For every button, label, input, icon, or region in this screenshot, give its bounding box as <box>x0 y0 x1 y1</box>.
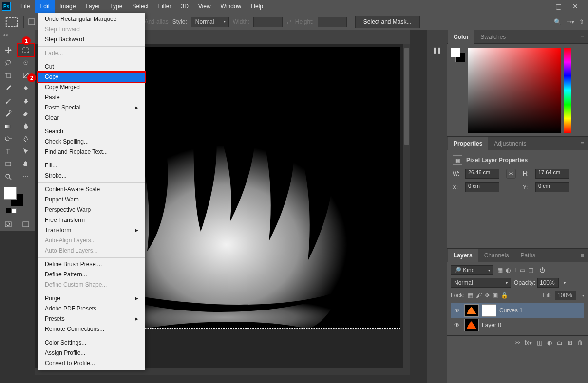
tab-properties[interactable]: Properties <box>448 137 488 150</box>
tab-adjustments[interactable]: Adjustments <box>488 137 532 150</box>
menu-select[interactable]: Select <box>127 0 153 13</box>
link-layers-icon[interactable]: ⚯ <box>515 339 520 346</box>
edit-menu-item[interactable]: Transform▶ <box>38 225 145 236</box>
lock-all-icon[interactable]: 🔒 <box>501 292 508 299</box>
saturation-picker[interactable] <box>468 48 561 133</box>
blur-tool[interactable] <box>18 120 34 132</box>
healing-brush-tool[interactable] <box>18 82 34 94</box>
edit-menu-item[interactable]: Presets▶ <box>38 314 145 324</box>
lock-trans-icon[interactable]: ▦ <box>468 292 473 299</box>
blend-mode-select[interactable]: Normal▾ <box>451 278 511 288</box>
edit-menu-item[interactable]: Puppet Warp <box>38 195 145 205</box>
layer-item[interactable]: 👁 Layer 0 <box>451 318 584 332</box>
edit-menu-item[interactable]: Define Pattern... <box>38 270 145 280</box>
edit-menu-item[interactable]: Free Transform <box>38 215 145 225</box>
tab-paths[interactable]: Paths <box>514 249 541 262</box>
tab-color[interactable]: Color <box>448 30 474 44</box>
edit-menu-item[interactable]: Convert to Profile... <box>38 358 145 368</box>
color-swatches[interactable] <box>0 183 35 215</box>
color-fg-bg-swatch[interactable] <box>451 48 465 62</box>
eraser-tool[interactable] <box>18 107 34 120</box>
workspace-icon[interactable]: ▭▾ <box>566 18 574 25</box>
menu-3d[interactable]: 3D <box>176 0 193 13</box>
edit-menu-item[interactable]: Color Settings... <box>38 338 145 348</box>
path-select-tool[interactable] <box>18 145 34 158</box>
filter-pixel-icon[interactable]: ▦ <box>497 267 503 274</box>
screen-mode-icon[interactable] <box>18 218 34 231</box>
lock-pos-icon[interactable]: ✥ <box>485 292 490 299</box>
tab-swatches[interactable]: Swatches <box>474 30 512 44</box>
edit-menu-item[interactable]: Find and Replace Text... <box>38 147 145 157</box>
prop-w-input[interactable]: 26.46 cm <box>465 169 499 179</box>
edit-menu-item[interactable]: Stroke... <box>38 171 145 181</box>
tool-preset-picker[interactable] <box>4 16 19 28</box>
menu-layer[interactable]: Layer <box>80 0 105 13</box>
panel-icon-1[interactable]: ❚❚ <box>432 45 442 55</box>
pen-tool[interactable] <box>18 132 34 145</box>
filter-type-icon[interactable]: T <box>513 267 517 274</box>
hand-tool[interactable] <box>18 158 34 170</box>
edit-menu-item[interactable]: Cut <box>38 62 145 72</box>
lock-paint-icon[interactable]: 🖌 <box>476 292 482 299</box>
filter-shape-icon[interactable]: ▭ <box>520 267 525 274</box>
visibility-icon[interactable]: 👁 <box>453 307 461 314</box>
menu-filter[interactable]: Filter <box>153 0 176 13</box>
layer-filter-kind[interactable]: 🔎 Kind▾ <box>451 265 493 275</box>
menu-image[interactable]: Image <box>55 0 80 13</box>
toolbox-collapse-icon[interactable]: ◂◂ <box>3 32 8 37</box>
tab-layers[interactable]: Layers <box>448 249 478 262</box>
edit-menu-item[interactable]: Clear <box>38 113 145 123</box>
move-tool[interactable] <box>0 44 17 56</box>
edit-menu-item[interactable]: Undo Rectangular Marquee <box>38 14 145 24</box>
type-tool[interactable]: T <box>0 145 17 158</box>
lock-artboard-icon[interactable]: ▣ <box>493 292 498 299</box>
eyedropper-tool[interactable] <box>0 82 17 94</box>
prop-x-input[interactable]: 0 cm <box>465 182 499 192</box>
edit-menu-item[interactable]: Step Backward <box>38 35 145 45</box>
edit-menu-item[interactable]: Purge▶ <box>38 293 145 304</box>
zoom-tool[interactable] <box>0 170 17 183</box>
dodge-tool[interactable] <box>0 132 17 145</box>
visibility-icon[interactable]: 👁 <box>453 322 461 328</box>
tab-channels[interactable]: Channels <box>478 249 515 262</box>
edit-menu-item[interactable]: Fill... <box>38 161 145 171</box>
search-icon[interactable]: 🔍 <box>554 18 561 25</box>
color-panel-menu-icon[interactable]: ≡ <box>577 34 588 40</box>
layer-fx-icon[interactable]: fx▾ <box>525 339 532 346</box>
edit-menu-item[interactable]: Check Spelling... <box>38 137 145 147</box>
edit-toolbar-icon[interactable]: ⋯ <box>18 170 34 183</box>
maximize-icon[interactable]: ▢ <box>555 2 562 10</box>
quick-mask-icon[interactable] <box>0 218 17 231</box>
share-icon[interactable]: ⇧ <box>579 18 584 25</box>
edit-menu-item[interactable]: Content-Aware Scale <box>38 184 145 195</box>
close-icon[interactable]: ✕ <box>572 2 578 10</box>
filter-adjust-icon[interactable]: ◐ <box>506 267 511 274</box>
fill-input[interactable]: 100% <box>555 291 576 300</box>
layer-name[interactable]: Curves 1 <box>499 307 523 314</box>
edit-menu-item[interactable]: Search <box>38 127 145 137</box>
prop-h-input[interactable]: 17.64 cm <box>535 169 569 179</box>
menu-help[interactable]: Help <box>246 0 268 13</box>
layers-panel-menu-icon[interactable]: ≡ <box>577 252 588 259</box>
edit-menu-item[interactable]: Remote Connections... <box>38 324 145 334</box>
adjustment-layer-icon[interactable]: ◐ <box>547 339 552 346</box>
delete-layer-icon[interactable]: 🗑 <box>577 339 583 346</box>
layer-thumbnail[interactable] <box>464 319 479 331</box>
brush-tool[interactable] <box>0 94 17 107</box>
edit-menu-item[interactable]: Define Brush Preset... <box>38 259 145 270</box>
layer-name[interactable]: Layer 0 <box>482 322 501 328</box>
menu-window[interactable]: Window <box>216 0 247 13</box>
vertical-scrollbar[interactable] <box>403 44 410 375</box>
layer-thumbnail[interactable] <box>464 304 479 317</box>
edit-menu-item[interactable]: Adobe PDF Presets... <box>38 304 145 314</box>
link-wh-icon[interactable]: ⚯ <box>506 169 516 179</box>
rectangle-tool[interactable] <box>0 158 17 170</box>
edit-menu-item[interactable]: Copy <box>38 72 145 82</box>
opacity-input[interactable]: 100% <box>537 278 559 288</box>
filter-smart-icon[interactable]: ◫ <box>528 267 533 274</box>
layer-group-icon[interactable]: 🗀 <box>557 339 563 346</box>
layer-mask-icon[interactable]: ◫ <box>537 339 542 346</box>
properties-panel-menu-icon[interactable]: ≡ <box>577 140 588 147</box>
prop-y-input[interactable]: 0 cm <box>535 182 569 192</box>
history-brush-tool[interactable] <box>0 107 17 120</box>
